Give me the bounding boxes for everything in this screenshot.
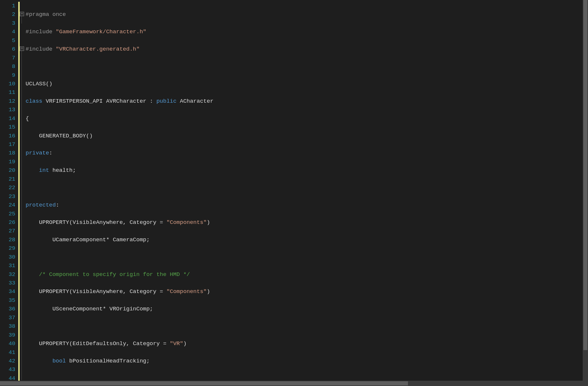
line-number: 31 [2,262,15,270]
code-line[interactable] [26,322,331,331]
line-number: 9 [2,71,15,80]
code-line[interactable]: GENERATED_BODY() [26,132,331,140]
line-number: 43 [2,365,15,374]
vertical-scrollbar[interactable] [583,0,588,381]
code-line[interactable]: UPROPERTY(VisibleAnywhere, Category = "C… [26,287,331,296]
line-number: 2 [2,10,15,19]
line-number: 39 [2,331,15,340]
code-line[interactable]: UCameraComponent* CameraComp; [26,236,331,244]
code-line[interactable]: #pragma once [26,10,331,19]
code-line[interactable]: USceneComponent* VROriginComp; [26,305,331,313]
code-line[interactable]: /* Component to specify origin for the H… [26,270,331,279]
line-number: 7 [2,54,15,62]
line-number: 8 [2,62,15,71]
line-number: 21 [2,175,15,184]
code-line[interactable]: int health; [26,166,331,175]
code-line[interactable] [26,62,331,71]
line-number: 4 [2,28,15,36]
line-number: 23 [2,192,15,201]
line-number: 24 [2,201,15,209]
line-number: 41 [2,348,15,357]
line-number: 22 [2,184,15,192]
line-number: 34 [2,287,15,296]
line-number: 29 [2,244,15,253]
code-line[interactable]: #include "GameFramework/Character.h" [26,28,331,36]
line-number: 1 [2,2,15,10]
line-number: 6 [2,45,15,54]
code-line[interactable]: #include "VRCharacter.generated.h" [26,45,331,54]
line-number: 36 [2,305,15,313]
code-line[interactable]: class VRFIRSTPERSON_API AVRCharacter : p… [26,97,331,106]
code-line[interactable]: private: [26,149,331,157]
line-number: 30 [2,253,15,262]
line-number: 19 [2,158,15,166]
line-number: 37 [2,314,15,322]
horizontal-scrollbar-thumb[interactable] [0,381,408,385]
code-line[interactable]: UCLASS() [26,80,331,88]
line-number: 38 [2,322,15,331]
line-number: 28 [2,236,15,244]
line-number: 10 [2,80,15,88]
code-line[interactable]: UPROPERTY(EditDefaultsOnly, Category = "… [26,340,331,348]
line-number: 40 [2,340,15,348]
code-line[interactable]: protected: [26,201,331,209]
line-number: 16 [2,132,15,140]
line-number: 35 [2,296,15,305]
vertical-scrollbar-thumb[interactable] [583,0,587,350]
line-number: 5 [2,36,15,45]
line-number: 17 [2,140,15,149]
line-number: 33 [2,279,15,287]
line-number: 3 [2,19,15,28]
line-number-gutter: 1234567891011121314151617181920212223242… [0,0,18,386]
horizontal-scrollbar[interactable] [0,381,583,386]
fold-toggle-icon[interactable]: − [20,12,24,16]
fold-toggle-icon[interactable]: − [20,46,24,51]
code-content[interactable]: #pragma once #include "GameFramework/Cha… [24,0,331,386]
line-number: 27 [2,227,15,235]
line-number: 14 [2,114,15,123]
code-editor[interactable]: 1234567891011121314151617181920212223242… [0,0,588,386]
code-line[interactable] [26,253,331,262]
line-number: 42 [2,357,15,365]
fold-guide-line [21,48,22,380]
code-line[interactable]: bool bPositionalHeadTracking; [26,357,331,365]
line-number: 13 [2,106,15,114]
line-number: 25 [2,210,15,218]
line-number: 11 [2,88,15,97]
line-number: 20 [2,166,15,175]
line-number: 18 [2,149,15,157]
code-line[interactable]: { [26,114,331,123]
line-number: 15 [2,123,15,132]
line-number: 32 [2,270,15,279]
scrollbar-corner [583,381,588,386]
line-number: 26 [2,218,15,227]
code-line[interactable]: UPROPERTY(VisibleAnywhere, Category = "C… [26,218,331,227]
code-line[interactable] [26,184,331,192]
line-number: 12 [2,97,15,106]
fold-outline-column: − − [20,0,24,386]
